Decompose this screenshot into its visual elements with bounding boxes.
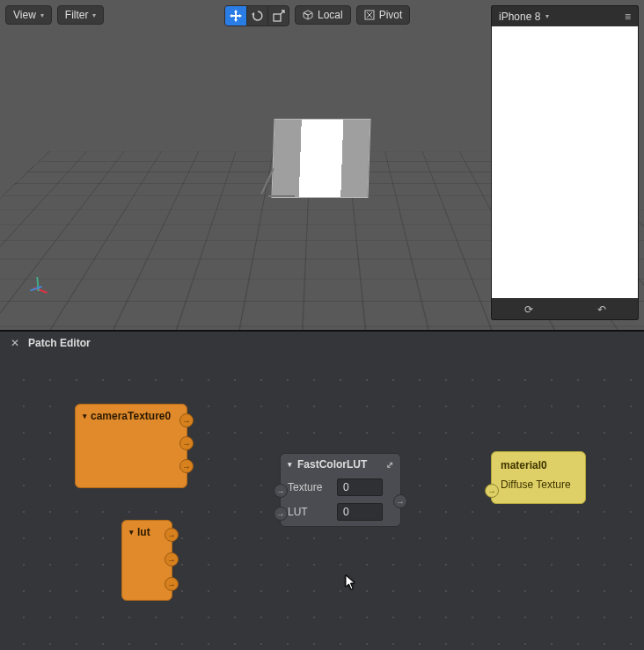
param-label: LUT [288,506,330,518]
node-output-ports: → → → [165,528,179,591]
close-icon[interactable]: ✕ [11,337,19,349]
node-row-texture: Texture [281,475,400,500]
param-label: Texture [288,481,330,493]
output-port[interactable]: → [393,494,407,508]
output-port[interactable]: → [179,459,194,473]
pivot-label: Pivot [379,9,403,21]
node-output-ports: → → → [179,413,194,473]
local-toggle[interactable]: Local [295,5,351,25]
local-label: Local [318,9,343,21]
input-port-texture[interactable]: → [274,484,288,498]
patch-editor-header: ✕ Patch Editor [0,332,644,354]
output-port[interactable]: → [165,552,179,566]
node-row-lut: LUT [281,500,400,524]
preview-header: iPhone 8 ▾ ≡ [491,5,639,26]
move-icon [230,10,242,22]
preview-viewport[interactable] [491,26,639,299]
collapse-triangle-icon[interactable]: ▾ [83,412,87,420]
patch-editor-panel: ✕ Patch Editor ▾ cameraTexture0 → → → ▾ … [0,330,644,650]
device-label: iPhone 8 [499,11,540,23]
node-title-text: lut [137,526,150,538]
rotate-tool-button[interactable] [246,6,267,26]
node-title-text: cameraTexture0 [91,410,171,422]
refresh-icon[interactable]: ⟳ [524,303,533,316]
patch-graph-canvas[interactable]: ▾ cameraTexture0 → → → ▾ lut → → → [0,354,644,650]
axis-gizmo [25,277,51,303]
texture-value-input[interactable] [337,478,383,496]
node-title: ▾ FastColorLUT ⤢ [281,454,400,475]
node-material[interactable]: material0 Diffuse Texture → [491,451,586,504]
node-lut[interactable]: ▾ lut → → → [121,520,172,601]
node-title: material0 [492,452,585,475]
preview-panel: iPhone 8 ▾ ≡ ⟳ ↶ [491,5,639,320]
center-toolbar: Local Pivot [224,5,410,26]
collapse-triangle-icon[interactable]: ▾ [129,528,134,537]
move-tool-button[interactable] [225,6,246,26]
view-label: View [13,9,36,21]
param-label: Diffuse Texture [501,478,571,491]
lut-value-input[interactable] [337,503,383,521]
cube-icon [303,10,313,20]
view-dropdown[interactable]: View ▾ [5,5,52,25]
output-port[interactable]: → [179,413,194,427]
input-port-diffuse[interactable]: → [485,484,499,498]
node-row-diffuse: Diffuse Texture [492,475,585,500]
chevron-down-icon: ▾ [40,11,44,19]
pivot-toggle[interactable]: Pivot [356,5,411,25]
input-port-lut[interactable]: → [274,507,288,521]
hamburger-icon[interactable]: ≡ [625,11,631,23]
expand-icon[interactable]: ⤢ [386,460,393,470]
chevron-down-icon: ▾ [545,12,549,20]
mouse-cursor [345,574,357,590]
transform-tool-group [224,5,289,26]
scale-icon [273,10,285,22]
node-title-text: material0 [501,459,547,471]
scale-tool-button[interactable] [267,6,289,26]
scene-object-plane[interactable] [271,119,370,198]
node-fast-color-lut[interactable]: ▾ FastColorLUT ⤢ Texture LUT → → → [280,453,401,527]
reset-icon[interactable]: ↶ [597,303,606,316]
output-port[interactable]: → [179,436,194,450]
node-title-text: FastColorLUT [297,458,367,471]
collapse-triangle-icon[interactable]: ▾ [288,460,292,469]
node-title: ▾ cameraTexture0 [76,405,187,427]
output-port[interactable]: → [165,528,179,542]
svg-rect-0 [274,14,281,21]
node-camera-texture[interactable]: ▾ cameraTexture0 → → → [75,404,187,488]
pivot-icon [364,10,375,20]
scene-object-base [268,195,295,197]
left-toolbar: View ▾ Filter ▾ [5,5,104,25]
output-port[interactable]: → [165,577,179,591]
chevron-down-icon: ▾ [92,11,96,19]
device-selector[interactable]: iPhone 8 ▾ [499,11,549,23]
filter-label: Filter [65,9,89,21]
filter-dropdown[interactable]: Filter ▾ [57,5,105,25]
preview-footer: ⟳ ↶ [491,299,639,320]
patch-editor-title: Patch Editor [28,337,91,349]
rotate-icon [252,10,264,22]
